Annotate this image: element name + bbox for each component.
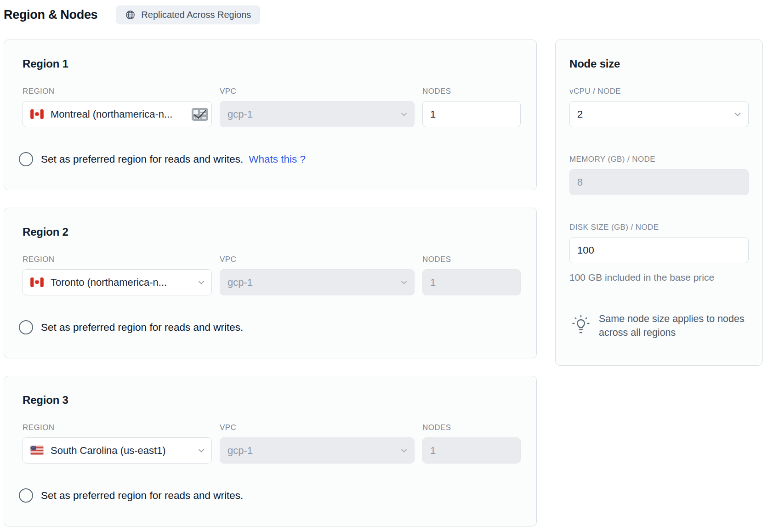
region-3-vpc-value: gcp-1 [227, 445, 407, 457]
region-3-title: Region 3 [23, 394, 523, 407]
region-1-vpc-value: gcp-1 [227, 108, 407, 120]
region-3-vpc-select: gcp-1 [220, 437, 415, 464]
canada-flag-icon [30, 109, 44, 119]
vcpu-select[interactable]: 2 [569, 101, 749, 127]
vcpu-label: vCPU / NODE [569, 87, 749, 96]
region-field-label: REGION [23, 255, 212, 264]
region-3-region-value: South Carolina (us-east1) [51, 445, 204, 457]
region-1-region-select[interactable]: Montreal (northamerica-n... [23, 101, 212, 127]
region-3-region-select[interactable]: South Carolina (us-east1) [23, 437, 212, 464]
node-size-title: Node size [569, 57, 749, 70]
vcpu-value: 2 [577, 108, 741, 120]
region-3-preferred-radio[interactable] [19, 488, 33, 503]
disk-size-label: DISK SIZE (GB) / NODE [569, 223, 749, 232]
region-2-preferred-radio[interactable] [19, 320, 33, 334]
region-1-nodes-input[interactable] [422, 101, 521, 127]
region-field-label: REGION [23, 423, 212, 432]
lightbulb-icon [570, 313, 591, 335]
region-2-title: Region 2 [23, 226, 523, 238]
nodes-field-label: NODES [422, 255, 521, 264]
region-2-card: Region 2 REGION Toronto (northamerica-n.… [4, 208, 537, 358]
nodes-field-label: NODES [422, 423, 521, 432]
chevron-down-icon [733, 109, 743, 119]
region-3-card: Region 3 REGION [4, 376, 537, 526]
node-size-note-text: Same node size applies to nodes across a… [599, 312, 749, 340]
region-1-vpc-select: gcp-1 [220, 101, 415, 127]
disk-size-input[interactable] [569, 237, 749, 263]
page-header: Region & Nodes Replicated Across Regions [4, 5, 773, 25]
region-2-vpc-value: gcp-1 [227, 277, 407, 289]
node-size-note: Same node size applies to nodes across a… [569, 312, 749, 340]
chevron-down-icon [197, 278, 206, 287]
globe-icon [125, 10, 136, 20]
us-flag-icon [30, 446, 44, 455]
region-nodes-page: Region & Nodes Replicated Across Regions… [0, 0, 773, 526]
page-title: Region & Nodes [4, 8, 97, 22]
chevron-down-icon [399, 278, 409, 287]
region-1-card: Region 1 REGION Montreal (northamerica-n… [4, 40, 537, 190]
region-2-nodes-input [422, 269, 521, 295]
chevron-down-icon [399, 110, 409, 119]
node-size-card: Node size vCPU / NODE 2 MEMORY (GB) / NO… [555, 40, 763, 366]
memory-label: MEMORY (GB) / NODE [569, 155, 749, 164]
vpc-field-label: VPC [220, 87, 415, 96]
vpc-field-label: VPC [220, 423, 415, 432]
replication-badge: Replicated Across Regions [116, 6, 260, 24]
canada-flag-icon [30, 277, 44, 287]
region-1-preferred-radio[interactable] [19, 152, 33, 166]
region-2-preferred-label: Set as preferred region for reads and wr… [41, 322, 243, 334]
region-1-region-value: Montreal (northamerica-n... [51, 108, 204, 120]
region-2-region-value: Toronto (northamerica-n... [51, 277, 204, 289]
replication-badge-label: Replicated Across Regions [141, 10, 251, 20]
vpc-field-label: VPC [220, 255, 415, 264]
region-3-preferred-label: Set as preferred region for reads and wr… [41, 490, 243, 502]
region-1-title: Region 1 [23, 57, 523, 70]
chevron-down-icon [399, 446, 409, 455]
region-1-preferred-label: Set as preferred region for reads and wr… [41, 153, 243, 165]
cursor-overlay-icon [191, 108, 209, 121]
chevron-down-icon [197, 446, 206, 455]
region-3-nodes-input [422, 437, 521, 464]
region-field-label: REGION [23, 87, 212, 96]
region-2-vpc-select: gcp-1 [220, 269, 415, 295]
nodes-field-label: NODES [422, 87, 521, 96]
disk-size-helper: 100 GB included in the base price [569, 272, 749, 283]
region-2-region-select[interactable]: Toronto (northamerica-n... [23, 269, 212, 295]
whats-this-link[interactable]: Whats this ? [249, 153, 306, 165]
memory-input [569, 169, 749, 195]
